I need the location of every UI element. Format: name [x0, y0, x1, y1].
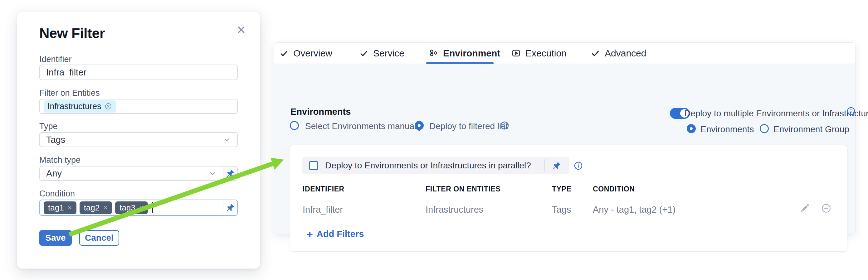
type-value: Tags: [46, 135, 223, 145]
info-icon[interactable]: [574, 161, 583, 170]
page: New Filter ✕ Identifier Infra_filter Fil…: [0, 0, 868, 280]
environments-heading: Environments: [290, 107, 351, 117]
radio-deploy-to-filtered-list[interactable]: [415, 121, 424, 130]
pin-icon: [225, 169, 235, 178]
entities-field[interactable]: Infrastructures: [39, 99, 238, 114]
entities-chip: Infrastructures: [44, 100, 116, 112]
col-header-entities: FILTER ON ENTITIES: [426, 185, 500, 193]
tag-label: tag2: [84, 203, 100, 213]
active-tab-underline: [426, 62, 494, 64]
match-type-value: Any: [46, 168, 209, 179]
chevron-down-icon: [223, 136, 231, 144]
tab-label: Service: [373, 48, 404, 59]
condition-label: Condition: [39, 189, 75, 199]
text-caret: [152, 202, 153, 213]
condition-tag[interactable]: tag2 ×: [80, 202, 112, 214]
col-header-condition: CONDITION: [593, 185, 634, 193]
cancel-button[interactable]: Cancel: [79, 230, 119, 246]
identifier-field[interactable]: Infra_filter: [39, 65, 238, 80]
radio-label: Environments: [701, 125, 754, 134]
edit-icon[interactable]: [800, 203, 810, 213]
tag-remove-icon[interactable]: ×: [68, 203, 72, 212]
match-type-label: Match type: [39, 155, 81, 165]
radio-environment-group[interactable]: [760, 124, 769, 133]
pin-icon[interactable]: [552, 161, 561, 170]
type-select[interactable]: Tags: [39, 132, 238, 147]
radio-label: Deploy to filtered list: [429, 121, 508, 131]
condition-pin-button[interactable]: [223, 200, 237, 215]
condition-field[interactable]: tag1 × tag2 × tag3 ×: [39, 200, 238, 216]
close-icon[interactable]: ✕: [235, 24, 247, 36]
match-type-select[interactable]: Any: [39, 166, 238, 181]
execution-icon: [512, 49, 521, 58]
parallel-deploy-checkbox[interactable]: [309, 161, 318, 170]
entities-label: Filter on Entities: [39, 88, 100, 98]
cell-type: Tags: [552, 205, 571, 215]
environment-section: Environments Select Environments manuall…: [274, 64, 855, 234]
chip-remove-icon[interactable]: [104, 103, 112, 110]
tag-label: tag3: [120, 203, 135, 213]
tab-label: Advanced: [604, 48, 646, 59]
info-icon[interactable]: [846, 107, 856, 116]
cell-condition: Any - tag1, tag2 (+1): [593, 205, 676, 215]
col-header-type: TYPE: [552, 185, 571, 193]
tag-remove-icon[interactable]: ×: [103, 203, 107, 212]
condition-tag[interactable]: tag1 ×: [44, 202, 76, 214]
divider: [544, 159, 545, 172]
radio-label: Select Environments manually: [305, 121, 423, 131]
tab-service[interactable]: Service: [359, 43, 404, 64]
environment-icon: [429, 49, 438, 58]
info-icon[interactable]: [500, 121, 509, 130]
tab-label: Overview: [293, 48, 332, 59]
add-filters-button[interactable]: + Add Filters: [307, 229, 364, 239]
radio-environments[interactable]: [687, 124, 696, 133]
cell-entities: Infrastructures: [426, 205, 483, 215]
chevron-down-icon: [209, 169, 217, 177]
parallel-deploy-label: Deploy to Environments or Infrastructure…: [325, 161, 544, 171]
pin-icon: [225, 203, 235, 212]
match-type-pin-button[interactable]: [223, 167, 237, 180]
toggle-label: Deploy to multiple Environments or Infra…: [684, 108, 868, 118]
check-icon: [591, 49, 600, 58]
tab-advanced[interactable]: Advanced: [591, 43, 646, 64]
radio-label: Environment Group: [773, 125, 849, 134]
tag-remove-icon[interactable]: ×: [139, 203, 144, 212]
modal-title: New Filter: [39, 25, 105, 41]
tab-environment[interactable]: Environment: [429, 43, 500, 64]
tab-label: Environment: [443, 48, 500, 59]
remove-icon[interactable]: [821, 203, 831, 213]
parallel-deploy-row: Deploy to Environments or Infrastructure…: [302, 157, 569, 174]
type-label: Type: [39, 121, 58, 131]
tab-label: Execution: [525, 48, 567, 59]
identifier-value: Infra_filter: [46, 67, 231, 78]
col-header-identifier: IDENTIFIER: [303, 185, 344, 193]
check-icon: [279, 49, 289, 58]
condition-tag[interactable]: tag3 ×: [115, 202, 148, 214]
radio-select-environments-manually[interactable]: [290, 121, 299, 130]
filters-card: Deploy to Environments or Infrastructure…: [290, 145, 847, 252]
identifier-label: Identifier: [39, 55, 72, 64]
plus-icon: +: [307, 230, 313, 239]
tag-label: tag1: [48, 203, 64, 213]
tab-execution[interactable]: Execution: [512, 43, 567, 64]
pipeline-stage-panel: Overview Service Environment Execu: [274, 42, 856, 235]
check-icon: [359, 49, 369, 58]
entities-chip-label: Infrastructures: [48, 102, 101, 111]
tab-overview[interactable]: Overview: [279, 43, 332, 64]
save-button[interactable]: Save: [39, 230, 72, 246]
stage-tabbar: Overview Service Environment Execu: [274, 43, 855, 64]
new-filter-modal: New Filter ✕ Identifier Infra_filter Fil…: [17, 11, 260, 269]
add-filters-label: Add Filters: [317, 229, 364, 239]
cell-identifier: Infra_filter: [303, 205, 343, 215]
